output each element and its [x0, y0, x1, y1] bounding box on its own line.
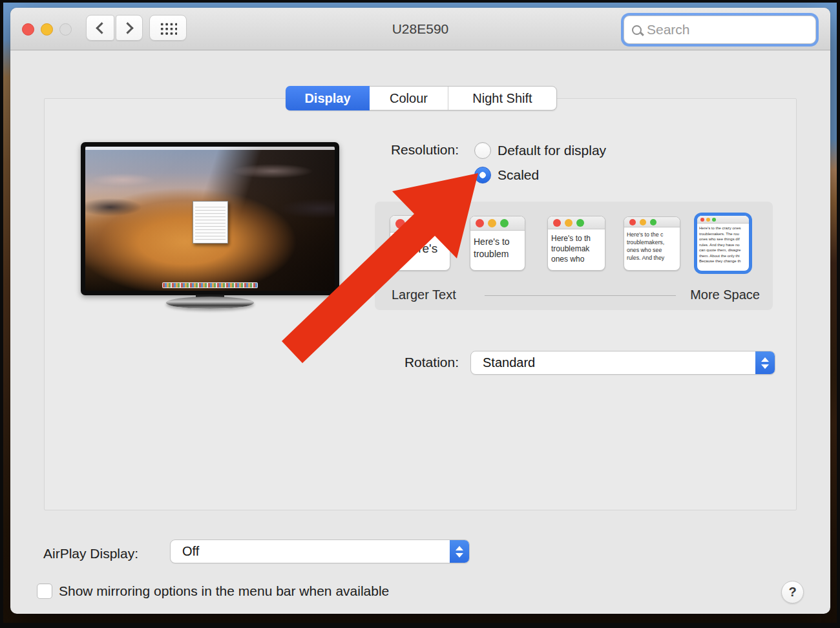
airplay-value: Off: [182, 544, 199, 559]
traffic-dot-red-icon: [395, 219, 405, 229]
traffic-dot-red-icon: [553, 219, 561, 227]
radio-label-scaled: Scaled: [498, 167, 539, 183]
scale-option-5-more-space-selected[interactable]: Here's to the crazy ones troublemakers. …: [697, 215, 750, 271]
dropdown-stepper-icon: [755, 351, 775, 374]
display-preview-screen: [85, 147, 335, 291]
thumb-titlebar: [548, 216, 605, 229]
traffic-dot-yellow-icon: [640, 219, 646, 225]
search-input[interactable]: [647, 22, 795, 37]
larger-text-caption: Larger Text: [392, 288, 456, 302]
resolution-option-scaled[interactable]: Scaled: [474, 167, 539, 183]
thumb-titlebar: [624, 217, 680, 227]
rotation-value: Standard: [483, 355, 535, 370]
system-preferences-window: U28E590 Display Colour Night Shift: [10, 8, 830, 614]
show-mirroring-label: Show mirroring options in the menu bar w…: [59, 583, 389, 599]
radio-default-for-display[interactable]: [474, 142, 491, 159]
chevron-up-icon: [456, 546, 463, 550]
rotation-label: Rotation:: [320, 355, 459, 370]
window-titlebar[interactable]: U28E590: [10, 8, 830, 50]
thumb-titlebar: [470, 216, 525, 231]
rotation-dropdown[interactable]: Standard: [470, 351, 775, 375]
scale-option-2[interactable]: Here's to troublem: [470, 216, 525, 271]
show-mirroring-checkbox[interactable]: [37, 583, 52, 599]
thumb-titlebar: [697, 216, 749, 224]
thumb-sample-text: Here's to the crazy ones troublemakers. …: [697, 224, 749, 264]
dropdown-stepper-icon: [450, 540, 469, 563]
resolution-option-default[interactable]: Default for display: [474, 142, 606, 159]
traffic-dot-yellow-icon: [488, 219, 496, 227]
help-button[interactable]: ?: [781, 581, 804, 603]
monitor-stand-base: [166, 297, 254, 309]
more-space-caption: More Space: [690, 288, 760, 302]
traffic-dot-red-icon: [476, 219, 484, 227]
mirroring-option-row: Show mirroring options in the menu bar w…: [37, 583, 389, 599]
traffic-dot-green-icon: [712, 218, 716, 222]
mini-document-window: [193, 201, 228, 244]
mini-dock: [162, 282, 258, 288]
chevron-up-icon: [761, 357, 769, 362]
airplay-dropdown[interactable]: Off: [170, 539, 470, 563]
traffic-dot-red-icon: [700, 218, 704, 222]
traffic-dot-yellow-icon: [706, 218, 710, 222]
thumb-titlebar: [390, 216, 450, 233]
tab-bar: Display Colour Night Shift: [286, 86, 557, 110]
airplay-display-label: AirPlay Display:: [43, 546, 166, 561]
screenshot-root: U28E590 Display Colour Night Shift: [0, 0, 840, 628]
thumb-sample-text: Here's to th troublemak ones who: [548, 229, 605, 264]
search-field[interactable]: [624, 16, 816, 44]
tab-display[interactable]: Display: [286, 86, 370, 110]
mini-document-text-lines: [195, 204, 226, 240]
traffic-dot-yellow-icon: [565, 219, 572, 227]
resolution-label: Resolution:: [320, 142, 459, 158]
scale-divider-line: [485, 295, 676, 296]
thumb-sample-text: Here's to the c troublemakers, ones who …: [624, 227, 680, 262]
search-icon: [632, 25, 642, 35]
chevron-down-icon: [456, 553, 463, 558]
traffic-dot-green-icon: [576, 219, 584, 227]
scale-option-3[interactable]: Here's to th troublemak ones who: [547, 216, 605, 271]
display-preview-monitor: [81, 142, 339, 295]
traffic-dot-yellow-icon: [409, 219, 419, 229]
traffic-dot-green-icon: [500, 219, 509, 227]
traffic-dot-green-icon: [423, 219, 432, 229]
thumb-sample-text: Here's to troublem: [470, 231, 525, 260]
radio-label-default: Default for display: [498, 143, 606, 158]
thumb-sample-text: Here's: [390, 233, 450, 256]
scale-option-1-larger-text[interactable]: Here's: [390, 215, 450, 271]
tab-colour[interactable]: Colour: [370, 87, 448, 110]
scaled-options-strip: Here's Here's to troublem Here's to th t…: [375, 202, 773, 310]
mini-dock-icons: [163, 283, 257, 288]
radio-scaled-selected[interactable]: [474, 167, 491, 183]
chevron-down-icon: [761, 364, 769, 369]
tab-night-shift[interactable]: Night Shift: [448, 87, 556, 110]
traffic-dot-red-icon: [629, 219, 636, 225]
traffic-dot-green-icon: [650, 219, 656, 225]
scale-option-4[interactable]: Here's to the c troublemakers, ones who …: [624, 216, 680, 271]
